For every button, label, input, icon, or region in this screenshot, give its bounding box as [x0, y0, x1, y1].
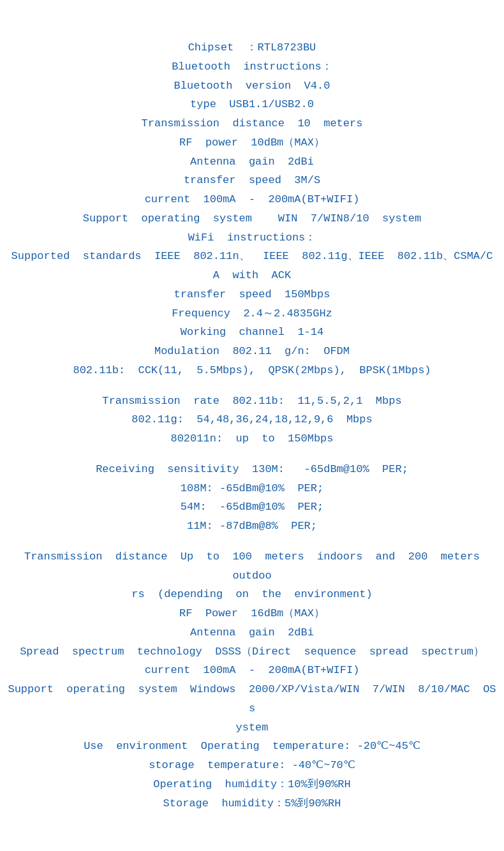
text-line-16: Modulation 802.11 g/n: OFDM [3, 342, 501, 361]
text-line-17: 802.11b: CCK(11, 5.5Mbps), QPSK(2Mbps), … [3, 361, 501, 380]
text-line-34: Support operating system Windows 2000/XP… [3, 680, 501, 718]
spacer-18 [3, 380, 501, 392]
text-line-37: storage temperature: -40℃~70℃ [3, 756, 501, 775]
text-line-33: current 100mA - 200mA(BT+WIFI) [3, 661, 501, 680]
text-line-24: 108M: -65dBm@10% PER; [3, 479, 501, 498]
text-line-20: 802.11g: 54,48,36,24,18,12,9,6 Mbps [3, 410, 501, 429]
text-line-14: Frequency 2.4～2.4835GHz [3, 304, 501, 323]
text-line-31: Antenna gain 2dBi [3, 623, 501, 642]
spacer-22 [3, 448, 501, 460]
text-line-5: RF power 10dBm（MAX） [3, 133, 501, 152]
text-line-28: Transmission distance Up to 100 meters i… [3, 547, 501, 586]
text-line-23: Receiving sensitivity 130M: -65dBm@10% P… [3, 460, 501, 479]
text-line-13: transfer speed 150Mbps [3, 285, 501, 304]
text-line-25: 54M: -65dBm@10% PER; [3, 498, 501, 517]
text-line-19: Transmission rate 802.11b: 11,5.5,2,1 Mb… [3, 392, 501, 411]
text-line-4: Transmission distance 10 meters [3, 114, 501, 133]
text-line-2: Bluetooth version V4.0 [3, 77, 501, 96]
text-line-21: 802011n: up to 150Mbps [3, 429, 501, 448]
text-line-30: RF Power 16dBm（MAX） [3, 604, 501, 623]
text-line-0: Chipset ：RTL8723BU [3, 38, 501, 57]
text-line-7: transfer speed 3M/S [3, 171, 501, 190]
text-line-12: A with ACK [3, 266, 501, 285]
text-line-11: Supported standards IEEE 802.11n、 IEEE 8… [3, 247, 501, 266]
text-line-39: Storage humidity：5%到90%RH [3, 794, 501, 813]
text-line-6: Antenna gain 2dBi [3, 152, 501, 172]
text-line-8: current 100mA - 200mA(BT+WIFI) [3, 190, 501, 209]
text-line-1: Bluetooth instructions： [3, 57, 501, 77]
text-line-29: rs (depending on the environment) [3, 585, 501, 604]
spacer-27 [3, 536, 501, 547]
main-content: Chipset ：RTL8723BUBluetooth instructions… [0, 38, 504, 813]
text-line-36: Use environment Operating temperature: -… [3, 737, 501, 756]
text-line-10: WiFi instructions： [3, 228, 501, 248]
text-line-38: Operating humidity：10%到90%RH [3, 775, 501, 794]
text-line-15: Working channel 1-14 [3, 323, 501, 342]
text-line-9: Support operating system WIN 7/WIN8/10 s… [3, 209, 501, 228]
text-line-3: type USB1.1/USB2.0 [3, 95, 501, 114]
text-line-35: ystem [3, 718, 501, 737]
text-line-26: 11M: -87dBm@8% PER; [3, 517, 501, 536]
text-line-32: Spread spectrum technology DSSS（Direct s… [3, 642, 501, 662]
